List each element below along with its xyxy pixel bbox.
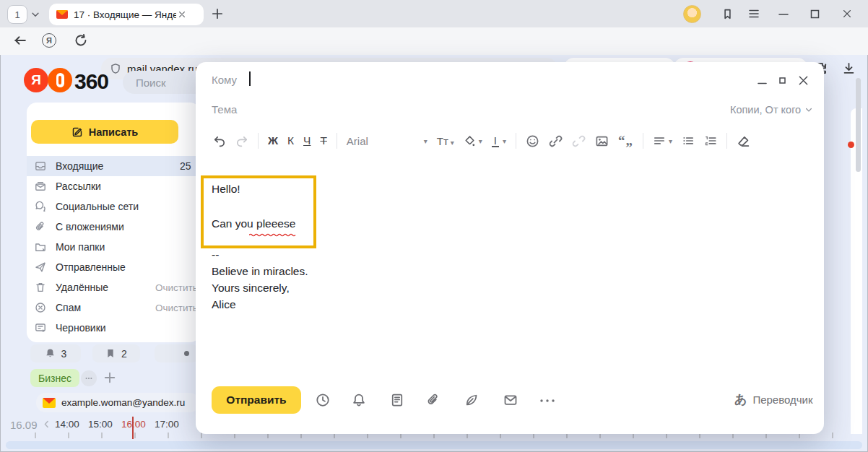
inbox-icon — [35, 160, 46, 172]
tab-close-icon[interactable] — [178, 10, 186, 19]
font-size-select[interactable]: Tт ▾ — [437, 135, 454, 147]
format-toolbar: Ж К Ч Т Arial ▾ Tт ▾ ▾ I ▾ “„ — [213, 133, 750, 149]
signature-line[interactable]: Believe in miracles. — [212, 265, 308, 278]
dot-icon — [184, 351, 189, 356]
bullet-list-icon[interactable] — [682, 134, 695, 147]
account-switcher[interactable]: example.woman@yandex.ru — [36, 393, 199, 412]
timeline-prev-icon[interactable] — [42, 420, 51, 429]
envelope-icon[interactable] — [503, 393, 518, 407]
extra-counter[interactable] — [155, 344, 198, 362]
avatar[interactable] — [683, 5, 701, 23]
strikethrough-button[interactable]: Т — [320, 134, 326, 147]
y360-logo-icon[interactable] — [48, 68, 72, 92]
compose-expand-icon[interactable] — [779, 77, 786, 84]
mail-logo-icon — [43, 398, 56, 408]
saved-count: 2 — [121, 348, 127, 360]
back-icon[interactable] — [13, 33, 27, 48]
yandex-circle-icon[interactable]: Я — [42, 33, 56, 48]
logo-360-text: 360 — [74, 69, 108, 94]
newsletters-icon — [35, 181, 46, 192]
bold-button[interactable]: Ж — [268, 134, 278, 147]
image-icon[interactable] — [595, 134, 609, 148]
sidebar-item-trash[interactable]: Удалённые Очистить — [27, 277, 200, 297]
body-text[interactable]: Hello! — [212, 183, 240, 196]
underline-button[interactable]: Ч — [303, 134, 311, 147]
sidebar-item-drafts[interactable]: Черновики — [27, 318, 200, 338]
timeline-scrollbar[interactable] — [6, 441, 862, 449]
more-options-icon[interactable] — [539, 399, 554, 403]
cc-from-toggle[interactable]: Копии, От кого — [730, 104, 813, 116]
unread-dot — [848, 142, 854, 148]
fill-color-select[interactable]: ▾ — [464, 135, 482, 147]
attachment-icon — [35, 221, 46, 232]
unlink-icon[interactable] — [572, 134, 586, 148]
tab-group-chevron-icon[interactable] — [30, 9, 40, 19]
body-text[interactable]: Can you pleeese — [212, 217, 295, 230]
compose-close-icon[interactable] — [798, 75, 809, 86]
compose-button-label: Написать — [89, 126, 139, 138]
tab-bar: 1 17 · Входящие — Янде — [0, 0, 868, 27]
misspelled-word: pleeese — [256, 217, 295, 230]
saved-counter[interactable]: 2 — [92, 344, 140, 362]
signature-line[interactable]: Yours sincerely, — [212, 282, 290, 295]
text-color-select[interactable]: I ▾ — [492, 135, 506, 147]
active-tab[interactable]: 17 · Входящие — Янде — [49, 4, 204, 25]
quote-icon[interactable]: “„ — [618, 133, 633, 149]
sidebar-item-my-folders[interactable]: Мои папки — [27, 237, 200, 257]
clear-folder-action[interactable]: Очистить — [155, 282, 198, 293]
download-icon[interactable] — [842, 61, 856, 75]
reminders-counter[interactable]: 3 — [30, 344, 81, 362]
template-icon[interactable] — [390, 393, 404, 407]
tab-group-counter[interactable]: 1 — [7, 5, 27, 24]
reminder-bell-icon[interactable] — [352, 393, 366, 407]
redo-icon[interactable] — [235, 134, 248, 147]
sidebar-item-inbox[interactable]: Входящие 25 — [27, 156, 200, 176]
sidebar-item-attachments[interactable]: С вложениями — [27, 217, 200, 237]
clear-folder-action[interactable]: Очистить — [155, 303, 198, 313]
signature-line[interactable]: -- — [212, 248, 219, 261]
subject-field[interactable]: Тема — [212, 103, 237, 116]
compose-window: Кому Тема Копии, От кого Ж К Ч Т Arial ▾ — [196, 62, 824, 434]
minimize-icon[interactable] — [778, 13, 789, 16]
align-select[interactable]: ▾ — [653, 134, 672, 147]
maximize-icon[interactable] — [810, 9, 820, 19]
panels-icon[interactable] — [721, 8, 734, 20]
font-family-select[interactable]: Arial ▾ — [347, 135, 428, 147]
search-placeholder: Поиск — [136, 77, 166, 89]
body-text-part: Can you — [212, 217, 256, 230]
emoji-icon[interactable] — [526, 134, 539, 148]
feather-icon[interactable] — [464, 393, 479, 407]
bell-icon — [45, 348, 56, 359]
sidebar-item-spam[interactable]: Спам Очистить — [27, 297, 200, 318]
add-tag-icon[interactable] — [103, 370, 117, 385]
yandex-logo[interactable]: Я — [24, 68, 48, 92]
undo-icon[interactable] — [213, 134, 226, 147]
folder-label: Рассылки — [56, 181, 101, 192]
translator-button[interactable]: あ Переводчик — [734, 391, 813, 408]
italic-button[interactable]: К — [287, 134, 294, 147]
tags-more-icon[interactable] — [81, 370, 97, 386]
attach-file-icon[interactable] — [426, 393, 440, 407]
eraser-icon[interactable] — [737, 134, 750, 148]
link-icon[interactable] — [549, 134, 563, 148]
reminders-count: 3 — [61, 348, 67, 360]
sidebar-item-newsletters[interactable]: Рассылки — [27, 176, 200, 196]
signature-line[interactable]: Alice — [212, 298, 236, 311]
menu-icon[interactable] — [748, 9, 760, 19]
schedule-clock-icon[interactable] — [316, 393, 330, 407]
page-scrollbar[interactable] — [856, 78, 861, 172]
reload-icon[interactable] — [74, 33, 88, 48]
tag-business[interactable]: Бизнес — [30, 369, 79, 387]
to-field[interactable]: Кому — [212, 74, 237, 86]
sent-icon — [35, 261, 46, 273]
send-button[interactable]: Отправить — [212, 386, 301, 414]
new-tab-icon[interactable] — [211, 7, 224, 20]
sidebar-item-social[interactable]: Социальные сети — [27, 196, 200, 217]
numbered-list-icon[interactable] — [704, 134, 717, 147]
text-caret — [249, 71, 251, 86]
window-close-icon[interactable] — [842, 9, 852, 19]
compose-minimize-icon[interactable] — [758, 77, 767, 85]
timeline-time: 15:00 — [88, 419, 113, 430]
sidebar-item-sent[interactable]: Отправленные — [27, 257, 200, 277]
compose-button[interactable]: Написать — [31, 120, 178, 144]
